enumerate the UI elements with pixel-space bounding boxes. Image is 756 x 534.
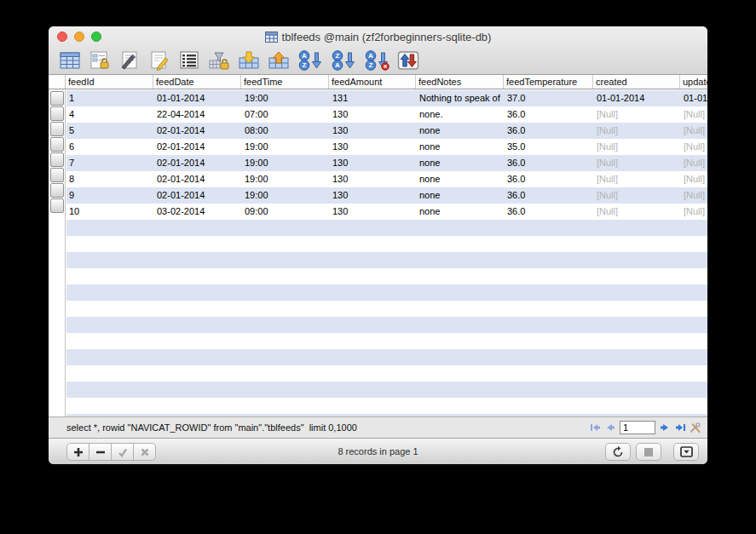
cell-created[interactable]: [Null] [594,123,681,139]
cell-updated[interactable]: [Null] [681,204,707,220]
cell-updated[interactable]: [Null] [681,187,707,204]
cell-feedAmount[interactable]: 130 [330,139,417,155]
cell-created[interactable]: [Null] [594,204,681,220]
row-selector-button[interactable] [50,106,64,121]
cell-feedTime[interactable]: 19:00 [242,90,330,106]
cell-updated[interactable]: [Null] [681,106,707,123]
cell-feedId[interactable]: 7 [66,155,154,171]
column-header-updated[interactable]: updated [680,75,707,89]
cell-feedTemperature[interactable]: 36.0 [505,204,594,220]
sort-asc-icon[interactable]: AZ [297,49,324,72]
cell-created[interactable]: [Null] [594,139,681,155]
cell-feedId[interactable]: 1 [66,90,154,106]
last-page-button[interactable] [674,422,686,434]
row-selector-button[interactable] [50,91,64,106]
cell-feedNotes[interactable]: none [417,171,505,187]
cell-feedAmount[interactable]: 130 [330,123,417,139]
refresh-button[interactable] [605,443,631,461]
row-selector-button[interactable] [50,168,64,182]
cell-feedNotes[interactable]: Nothing to speak of [417,90,505,106]
rows-viewport[interactable]: 101-01-201419:00131Nothing to speak of37… [66,90,707,416]
cell-feedId[interactable]: 4 [66,106,154,123]
page-number-input[interactable] [620,421,655,434]
cell-feedNotes[interactable]: none [417,155,505,171]
list-view-icon[interactable] [177,49,201,72]
column-header-created[interactable]: created [593,75,680,89]
table-row[interactable]: 602-01-201419:00130none35.0[Null][Null] [66,139,707,155]
cell-feedTemperature[interactable]: 36.0 [505,123,594,139]
cell-feedTime[interactable]: 19:00 [242,139,330,155]
column-header-feedTemperature[interactable]: feedTemperature [504,75,593,89]
cell-feedTime[interactable]: 19:00 [242,187,330,204]
cell-feedId[interactable]: 5 [66,123,154,139]
cell-feedTime[interactable]: 19:00 [242,155,330,171]
cell-feedTemperature[interactable]: 36.0 [505,187,594,204]
panel-toggle-button[interactable] [673,443,699,461]
cell-feedDate[interactable]: 01-01-2014 [154,90,242,106]
filter-icon[interactable] [207,49,231,72]
cell-feedId[interactable]: 6 [66,139,154,155]
cell-feedNotes[interactable]: none [417,187,505,204]
column-header-feedNotes[interactable]: feedNotes [416,75,504,89]
column-header-feedDate[interactable]: feedDate [153,75,241,89]
cell-created[interactable]: 01-01-2014 [594,90,681,106]
cell-feedNotes[interactable]: none [417,123,505,139]
cell-feedAmount[interactable]: 131 [330,90,417,106]
cell-feedTime[interactable]: 08:00 [242,123,330,139]
cell-feedAmount[interactable]: 130 [330,187,417,204]
row-selector-button[interactable] [50,198,64,213]
form-view-icon[interactable] [88,49,112,72]
stop-button[interactable] [636,443,661,461]
tools-icon[interactable] [690,422,701,434]
cell-feedTime[interactable]: 09:00 [242,204,330,220]
table-row[interactable]: 802-01-201419:00130none36.0[Null][Null] [66,171,707,187]
cell-feedId[interactable]: 9 [66,187,154,204]
cell-feedAmount[interactable]: 130 [330,204,417,220]
cell-updated[interactable]: [Null] [681,123,707,139]
cell-feedNotes[interactable]: none. [417,106,505,123]
table-row[interactable]: 702-01-201419:00130none36.0[Null][Null] [66,155,707,171]
table-row[interactable]: 502-01-201408:00130none36.0[Null][Null] [66,123,707,139]
cell-created[interactable]: [Null] [594,106,681,123]
table-row[interactable]: 1003-02-201409:00130none36.0[Null][Null] [66,204,707,220]
column-header-feedTime[interactable]: feedTime [241,75,329,89]
cell-updated[interactable]: [Null] [681,171,707,187]
note-icon[interactable] [147,49,171,72]
query-icon[interactable] [118,49,141,72]
table-row[interactable]: 902-01-201419:00130none36.0[Null][Null] [66,187,707,204]
cell-created[interactable]: [Null] [594,187,681,204]
cell-feedDate[interactable]: 02-01-2014 [154,171,242,187]
previous-page-button[interactable] [604,422,616,434]
remove-sort-icon[interactable]: AZ [363,49,390,72]
cell-feedDate[interactable]: 02-01-2014 [154,123,242,139]
cell-feedTemperature[interactable]: 36.0 [505,171,594,187]
gutter-header-cell[interactable] [49,75,66,89]
cell-feedAmount[interactable]: 130 [330,106,417,123]
cell-feedDate[interactable]: 02-01-2014 [154,139,242,155]
cell-feedNotes[interactable]: none [417,204,505,220]
export-icon[interactable] [267,49,291,72]
grid-view-icon[interactable] [58,49,82,72]
cell-feedTemperature[interactable]: 37.0 [505,90,594,106]
cell-feedAmount[interactable]: 130 [330,155,417,171]
row-selector-button[interactable] [50,152,64,167]
cell-feedTemperature[interactable]: 36.0 [505,106,594,123]
cell-feedTime[interactable]: 07:00 [242,106,330,123]
cell-feedDate[interactable]: 03-02-2014 [154,204,242,220]
next-page-button[interactable] [659,422,671,434]
title-bar[interactable]: tblfeeds @main (zf2forbeginners-sqlite-d… [49,26,707,47]
row-selector-button[interactable] [50,122,64,136]
cell-updated[interactable]: [Null] [681,139,707,155]
cell-feedDate[interactable]: 02-01-2014 [154,187,242,204]
cell-created[interactable]: [Null] [594,171,681,187]
cell-feedAmount[interactable]: 130 [330,171,417,187]
cell-feedDate[interactable]: 02-01-2014 [154,155,242,171]
cell-feedId[interactable]: 10 [66,204,154,220]
cell-created[interactable]: [Null] [594,155,681,171]
cell-feedTemperature[interactable]: 35.0 [505,139,594,155]
cell-feedTemperature[interactable]: 36.0 [505,155,594,171]
row-selector-button[interactable] [50,183,64,198]
cell-feedTime[interactable]: 19:00 [242,171,330,187]
row-selector-button[interactable] [50,137,64,152]
table-row[interactable]: 422-04-201407:00130none.36.0[Null][Null] [66,106,707,123]
